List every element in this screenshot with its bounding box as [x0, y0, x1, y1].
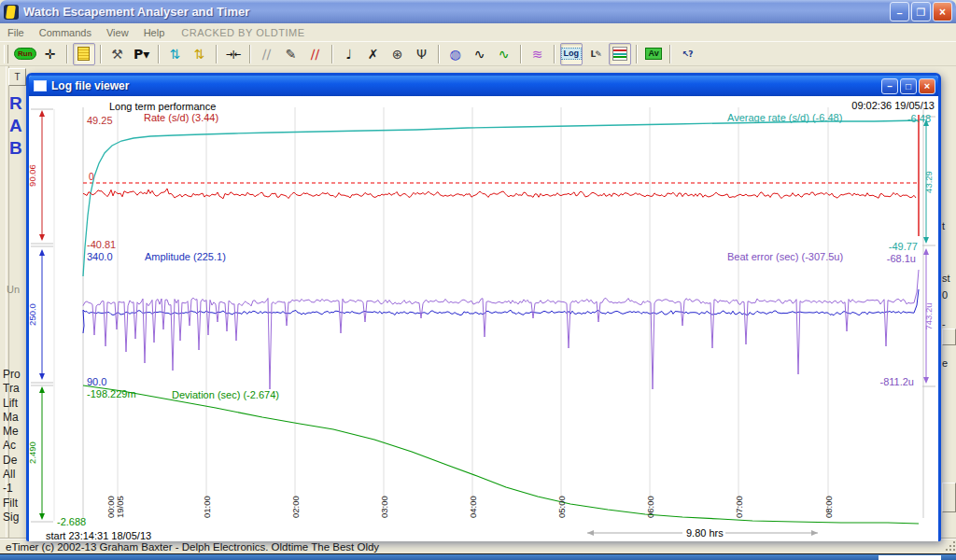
tuning-fork-button[interactable]: Ψ	[411, 43, 433, 65]
background-label-fragment: Lift	[3, 397, 26, 411]
wave-purple-button[interactable]: ≋	[527, 43, 549, 65]
log-close-button[interactable]: ×	[919, 78, 935, 94]
sync-yellow-button[interactable]: ⇅	[189, 43, 211, 65]
log-minimize-button[interactable]: –	[881, 78, 898, 94]
toolbar-separator	[216, 45, 218, 63]
context-help-icon: ↖?	[682, 48, 693, 61]
line-red-icon: ∕∕	[311, 48, 319, 61]
rate-graph-button[interactable]: ∿	[493, 43, 515, 65]
background-label-fragment: Pro	[3, 368, 26, 382]
toolbar: Run✛⚒P▾⇅⇅→|←∕∕✎∕∕♩✗⊛Ψ◍∿∿≋LogL✎Av↖?	[0, 41, 956, 66]
escapement-icon: ⊛	[392, 48, 403, 61]
main-window-title: Watch Escapement Analyser and Timer	[23, 5, 249, 19]
chart-view-button[interactable]	[609, 43, 631, 65]
chart-annotation: Long term performance	[109, 101, 216, 112]
line-red-button[interactable]: ∕∕	[304, 43, 327, 65]
chart-annotation: 0	[89, 172, 94, 182]
scale-arrowhead	[923, 237, 929, 244]
menubar: File Commands View Help CRACKED BY OLDTI…	[0, 23, 956, 41]
scale-arrowhead	[39, 110, 45, 117]
toolbar-separator	[438, 45, 440, 63]
setup-wrench-button[interactable]: ⚒	[106, 43, 129, 65]
toolbar-separator	[100, 45, 102, 63]
background-label-fragment: De	[3, 454, 26, 468]
plumb-bob-button[interactable]: ♩	[338, 43, 360, 65]
log-chart: 90.06250.02.49043.29743.2u00:0019/0501:0…	[29, 96, 938, 541]
run-icon: Run	[14, 48, 36, 60]
setup-wrench-icon: ⚒	[111, 48, 123, 61]
log-icon: Log	[561, 48, 583, 60]
scale-arrowhead	[923, 248, 929, 255]
taskbar-white-box	[879, 555, 941, 560]
log-chart-area: 90.06250.02.49043.29743.2u00:0019/0501:0…	[29, 96, 938, 541]
menu-cracked-text: CRACKED BY OLDTIME	[181, 27, 304, 38]
duration-arrowhead	[811, 530, 818, 536]
menu-file[interactable]: File	[0, 27, 32, 38]
main-client-area: T RAB Un ProTraLiftMaMeAcDeAll-1FiltSig …	[0, 66, 956, 539]
pan-tool-button[interactable]: ✛	[39, 43, 62, 65]
series-beat-error	[83, 270, 919, 389]
caliper-icon: ✗	[368, 48, 379, 61]
chart-annotation: 90.0	[87, 376, 106, 387]
print-setup-button[interactable]: P▾	[131, 43, 153, 65]
main-titlebar[interactable]: Watch Escapement Analyser and Timer – ❐ …	[0, 0, 956, 23]
background-label-fragment: All	[3, 468, 26, 482]
chart-annotation: -6.48	[907, 113, 931, 124]
background-letters: RAB	[9, 92, 22, 160]
chart-lines-icon	[612, 47, 627, 61]
duration-arrowhead	[587, 530, 594, 536]
log-maximize-button[interactable]: □	[900, 78, 917, 94]
x-tick-label: 07:00	[734, 496, 744, 518]
main-close-button[interactable]: ×	[933, 2, 952, 21]
center-trace-button[interactable]: →|←	[222, 43, 245, 65]
resize-grip[interactable]	[944, 541, 955, 553]
x-tick-label: 02:00	[290, 496, 301, 518]
menu-help[interactable]: Help	[136, 27, 173, 38]
background-letter: A	[9, 115, 22, 137]
scale-arrowhead	[39, 249, 45, 256]
log-window-title: Log file viewer	[51, 79, 129, 92]
log-caption-buttons: – □ ×	[881, 78, 935, 94]
scale-arrowhead	[39, 513, 45, 520]
x-tick-label: 01:00	[202, 496, 212, 518]
chart-annotation: 09:02:36 19/05/13	[851, 100, 935, 111]
chart-annotation: -40.81	[87, 239, 116, 250]
main-minimize-button[interactable]: –	[890, 2, 909, 21]
average-button[interactable]: Av	[642, 43, 665, 65]
line-gray-button[interactable]: ∕∕	[256, 43, 278, 65]
background-un-label: Un	[7, 284, 20, 295]
chart-annotation: -811.2u	[880, 376, 915, 387]
chart-annotation: Average rate (s/d) (-6.48)	[727, 112, 842, 123]
background-label-fragment: Ac	[3, 439, 26, 453]
run-button[interactable]: Run	[13, 43, 37, 65]
chart-annotation: Deviation (sec) (-2.674)	[172, 389, 279, 400]
average-icon: Av	[645, 48, 661, 60]
log-view-button[interactable]: Log	[560, 43, 583, 65]
print-setup-icon: P▾	[134, 48, 149, 61]
pencil-button[interactable]: ✎	[280, 43, 302, 65]
background-right-fragments: tst0-e	[942, 66, 956, 539]
balance-wheel-button[interactable]: ◍	[444, 43, 467, 65]
log-notes-button[interactable]	[73, 43, 95, 65]
log-titlebar[interactable]: Log file viewer – □ ×	[29, 76, 938, 96]
sync-cyan-button[interactable]: ⇅	[164, 43, 187, 65]
background-button-fragment	[942, 329, 956, 345]
tab-button[interactable]: T	[8, 68, 26, 86]
rate-graph-icon: ∿	[499, 48, 510, 61]
main-restore-button[interactable]: ❐	[911, 2, 931, 21]
caliper-button[interactable]: ✗	[362, 43, 385, 65]
balance-wheel-icon: ◍	[449, 48, 460, 61]
line-gray-icon: ∕∕	[262, 48, 271, 61]
notes-icon	[77, 47, 90, 61]
context-help-button[interactable]: ↖?	[676, 43, 698, 65]
tuning-fork-icon: Ψ	[416, 48, 427, 61]
menu-commands[interactable]: Commands	[32, 27, 99, 38]
menu-view[interactable]: View	[99, 27, 136, 38]
toolbar-grip[interactable]	[4, 45, 8, 63]
chart-annotation: 340.0	[87, 251, 113, 262]
log-edit-button[interactable]: L✎	[584, 43, 607, 65]
waveform-button[interactable]: ∿	[469, 43, 491, 65]
toolbar-separator	[669, 45, 671, 63]
chart-annotation: Rate (s/d) (3.44)	[144, 112, 218, 123]
escapement-button[interactable]: ⊛	[387, 43, 409, 65]
